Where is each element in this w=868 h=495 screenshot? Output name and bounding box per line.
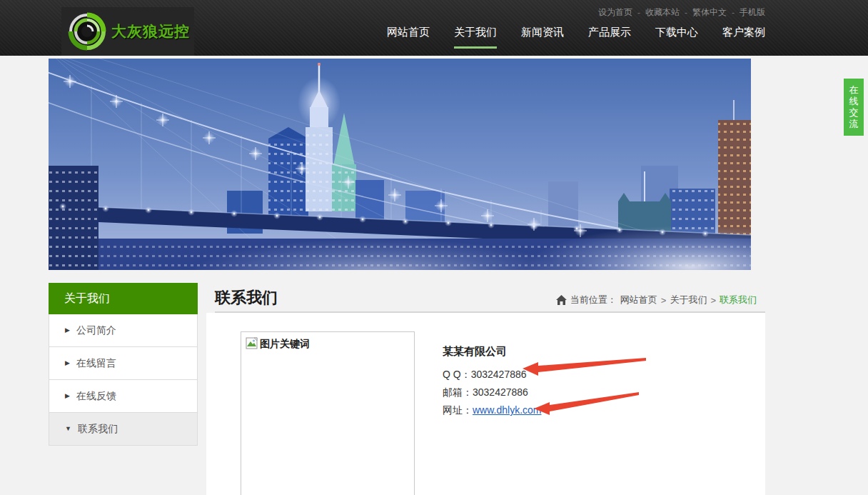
sidebar-item-label: 公司简介 xyxy=(76,314,116,346)
home-icon xyxy=(556,295,567,305)
qq-row: Q Q：3032427886 xyxy=(443,366,541,384)
breadcrumb-separator: > xyxy=(661,295,667,306)
page-title: 联系我们 xyxy=(215,287,278,309)
breadcrumb-separator: > xyxy=(710,295,716,306)
separator: - xyxy=(637,8,640,18)
link-mobile-version[interactable]: 手机版 xyxy=(740,6,765,19)
triangle-right-icon: ▶ xyxy=(65,380,70,412)
sidebar-item-label: 在线反馈 xyxy=(76,380,116,412)
title-divider xyxy=(215,311,765,313)
nav-item-cases[interactable]: 客户案例 xyxy=(722,26,765,49)
link-traditional-chinese[interactable]: 繁体中文 xyxy=(692,6,727,19)
sidebar-item-online-feedback[interactable]: ▶ 在线反馈 xyxy=(49,380,198,413)
banner-image xyxy=(49,59,751,270)
sidebar-item-company-profile[interactable]: ▶ 公司简介 xyxy=(49,314,198,347)
company-name: 某某有限公司 xyxy=(443,344,541,359)
logo-text: 大灰狼远控 xyxy=(111,21,190,41)
separator: - xyxy=(732,8,735,18)
website-label: 网址： xyxy=(443,404,473,416)
sidebar-title: 关于我们 xyxy=(49,283,198,314)
broken-image-icon xyxy=(246,337,258,350)
link-bookmark-site[interactable]: 收藏本站 xyxy=(645,6,680,19)
sidebar-item-contact-us[interactable]: ▼ 联系我们 xyxy=(49,413,198,446)
nav-item-downloads[interactable]: 下载中心 xyxy=(655,26,698,49)
sidebar-item-online-message[interactable]: ▶ 在线留言 xyxy=(49,347,198,380)
breadcrumb-home[interactable]: 网站首页 xyxy=(620,294,657,306)
company-contact-info: 某某有限公司 Q Q：3032427886 邮箱：3032427886 网址：w… xyxy=(443,344,541,419)
online-chat-tab[interactable]: 在线交流 xyxy=(844,79,864,136)
link-set-homepage[interactable]: 设为首页 xyxy=(598,6,632,19)
breadcrumb-about[interactable]: 关于我们 xyxy=(670,294,707,306)
image-alt-text: 图片关键词 xyxy=(260,337,310,350)
sidebar-about-menu: 关于我们 ▶ 公司简介 ▶ 在线留言 ▶ 在线反馈 ▼ 联系我们 xyxy=(49,283,198,446)
nav-item-products[interactable]: 产品展示 xyxy=(588,26,631,49)
nav-item-news[interactable]: 新闻资讯 xyxy=(521,26,564,49)
breadcrumb-prefix: 当前位置： xyxy=(570,294,617,306)
nav-item-home[interactable]: 网站首页 xyxy=(387,26,430,49)
qq-value: 3032427886 xyxy=(471,369,527,380)
site-logo[interactable]: 大灰狼远控 xyxy=(61,7,194,56)
broken-image-placeholder: 图片关键词 xyxy=(241,331,415,495)
online-chat-label: 在线交流 xyxy=(849,84,859,130)
topbar-links: 设为首页 - 收藏本站 - 繁体中文 - 手机版 xyxy=(598,6,765,19)
sidebar-item-label: 联系我们 xyxy=(78,413,118,445)
sidebar-item-label: 在线留言 xyxy=(76,347,116,379)
email-row: 邮箱：3032427886 xyxy=(443,384,541,401)
email-value: 3032427886 xyxy=(473,386,528,398)
breadcrumb: 当前位置： 网站首页 > 关于我们 > 联系我们 xyxy=(556,294,757,306)
triangle-right-icon: ▶ xyxy=(65,314,70,346)
email-label: 邮箱： xyxy=(443,386,473,398)
qq-label: Q Q： xyxy=(443,369,471,380)
logo-swirl-icon xyxy=(67,11,107,51)
site-header: 设为首页 - 收藏本站 - 繁体中文 - 手机版 大灰狼远控 xyxy=(0,0,868,56)
triangle-down-icon: ▼ xyxy=(65,413,71,445)
separator: - xyxy=(685,8,687,18)
triangle-right-icon: ▶ xyxy=(65,347,70,379)
breadcrumb-current[interactable]: 联系我们 xyxy=(720,294,757,306)
website-link[interactable]: www.dhlyk.com xyxy=(473,404,541,416)
nav-item-about[interactable]: 关于我们 xyxy=(454,26,497,49)
website-row: 网址：www.dhlyk.com xyxy=(443,401,541,419)
main-nav: 网站首页 关于我们 新闻资讯 产品展示 下载中心 客户案例 xyxy=(387,26,765,49)
